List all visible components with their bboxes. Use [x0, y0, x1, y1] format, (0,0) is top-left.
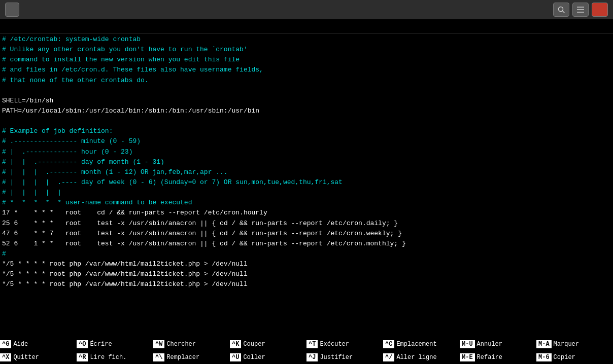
shortcut-key: M-U	[460, 340, 475, 348]
editor-line: PATH=/usr/local/sbin:/usr/local/bin:/sbi…	[2, 106, 611, 116]
shortcut-item[interactable]: M-ERefaire	[460, 351, 536, 364]
new-tab-button[interactable]	[5, 3, 19, 17]
shortcut-key: ^/	[383, 353, 394, 361]
editor-line: #	[2, 249, 611, 259]
shortcut-key: ^X	[0, 353, 11, 361]
search-button[interactable]	[553, 3, 569, 17]
shortcut-item[interactable]: ^RLire fich.	[77, 351, 153, 364]
editor-line: 25 6 * * * root test -x /usr/sbin/anacro…	[2, 219, 611, 229]
shortcut-label: Remplacer	[166, 354, 199, 361]
shortcut-label: Couper	[243, 341, 265, 348]
editor-line: # /etc/crontab: system-wide crontab	[2, 34, 611, 45]
shortcut-key: ^R	[77, 353, 88, 361]
editor-line: SHELL=/bin/sh	[2, 96, 611, 106]
editor-line: */5 * * * * root php /var/www/html/mail2…	[2, 279, 611, 289]
editor-line: */5 * * * * root php /var/www/html/mail2…	[2, 259, 611, 269]
menu-button[interactable]	[572, 3, 589, 17]
shortcut-label: Écrire	[90, 341, 112, 348]
shortcut-item[interactable]: M-6Copier	[536, 351, 613, 364]
shortcut-key: ^J	[306, 353, 318, 361]
shortcut-item[interactable]: ^CEmplacement	[383, 338, 460, 351]
shortcut-key: ^\	[153, 353, 164, 361]
shortcut-item[interactable]: M-UAnnuler	[460, 338, 536, 351]
shortcut-label: Refaire	[477, 354, 502, 361]
editor-line: # | | | .------- month (1 - 12) OR jan,f…	[2, 167, 611, 177]
shortcut-key: M-E	[460, 353, 475, 361]
shortcut-row-2: ^XQuitter^RLire fich.^\Remplacer^UColler…	[0, 351, 613, 364]
editor-line	[2, 86, 611, 96]
editor-line: # * * * * * user-name command to be exec…	[2, 198, 611, 208]
shortcut-label: Coller	[243, 354, 265, 361]
shortcut-label: Lire fich.	[90, 354, 126, 361]
shortcut-label: Aller ligne	[396, 354, 436, 361]
editor-line: # .---------------- minute (0 - 59)	[2, 136, 611, 147]
shortcut-key: M-A	[536, 340, 552, 348]
editor-line: # and files in /etc/cron.d. These files …	[2, 65, 611, 75]
shortcut-item[interactable]: ^TExécuter	[306, 338, 383, 351]
shortcut-item[interactable]: ^JJustifier	[306, 351, 383, 364]
shortcut-item[interactable]: ^UColler	[230, 351, 306, 364]
shortcut-label: Quitter	[13, 354, 39, 361]
editor-line	[2, 116, 611, 126]
svg-line-1	[563, 11, 565, 13]
editor-line: # Unlike any other crontab you don't hav…	[2, 45, 611, 55]
shortcut-item[interactable]: ^WChercher	[153, 338, 230, 351]
editor-line: # | | .---------- day of month (1 - 31)	[2, 157, 611, 167]
editor-line: # | .------------- hour (0 - 23)	[2, 147, 611, 157]
bottom-bar: ^GAide^OÉcrire^WChercher^KCouper^TExécut…	[0, 338, 613, 364]
shortcut-label: Justifier	[320, 354, 353, 361]
shortcut-item[interactable]: M-AMarquer	[536, 338, 613, 351]
shortcut-key: ^C	[383, 340, 394, 348]
nano-header	[0, 19, 613, 33]
shortcut-item[interactable]: ^XQuitter	[0, 351, 77, 364]
shortcut-label: Chercher	[166, 341, 196, 348]
shortcut-item[interactable]: ^\Remplacer	[153, 351, 230, 364]
shortcut-key: M-6	[536, 353, 552, 361]
title-bar	[0, 0, 613, 19]
shortcut-item[interactable]: ^/Aller ligne	[383, 351, 460, 364]
shortcut-label: Marquer	[554, 341, 579, 348]
shortcut-key: ^U	[230, 353, 241, 361]
editor-line: # that none of the other crontabs do.	[2, 76, 611, 86]
editor-line: 17 * * * * root cd / && run-parts --repo…	[2, 208, 611, 218]
shortcut-item[interactable]: ^KCouper	[230, 338, 306, 351]
editor-line: # | | | | |	[2, 188, 611, 198]
shortcut-label: Exécuter	[320, 341, 349, 348]
shortcut-key: ^W	[153, 340, 164, 348]
shortcut-key: ^G	[0, 340, 11, 348]
title-bar-right	[553, 3, 608, 17]
editor-line: */5 * * * * root php /var/www/html/mail2…	[2, 269, 611, 279]
editor-line: # command to install the new version whe…	[2, 55, 611, 65]
close-button[interactable]	[592, 3, 608, 17]
editor-line: # | | | | .---- day of week (0 - 6) (Sun…	[2, 177, 611, 188]
shortcut-row-1: ^GAide^OÉcrire^WChercher^KCouper^TExécut…	[0, 338, 613, 351]
shortcut-label: Copier	[554, 354, 575, 361]
editor-line: 52 6 1 * * root test -x /usr/sbin/anacro…	[2, 239, 611, 249]
editor-area[interactable]: # /etc/crontab: system-wide crontab# Unl…	[0, 33, 613, 338]
shortcut-label: Aide	[13, 341, 28, 348]
title-bar-left	[5, 3, 23, 17]
shortcut-key: ^K	[230, 340, 241, 348]
shortcut-item[interactable]: ^GAide	[0, 338, 77, 351]
shortcut-label: Annuler	[477, 341, 502, 348]
shortcut-item[interactable]: ^OÉcrire	[77, 338, 153, 351]
editor-line: # Example of job definition:	[2, 126, 611, 136]
editor-line: 47 6 * * 7 root test -x /usr/sbin/anacro…	[2, 229, 611, 239]
shortcut-key: ^T	[306, 340, 318, 348]
shortcut-label: Emplacement	[396, 341, 436, 348]
shortcut-key: ^O	[77, 340, 88, 348]
